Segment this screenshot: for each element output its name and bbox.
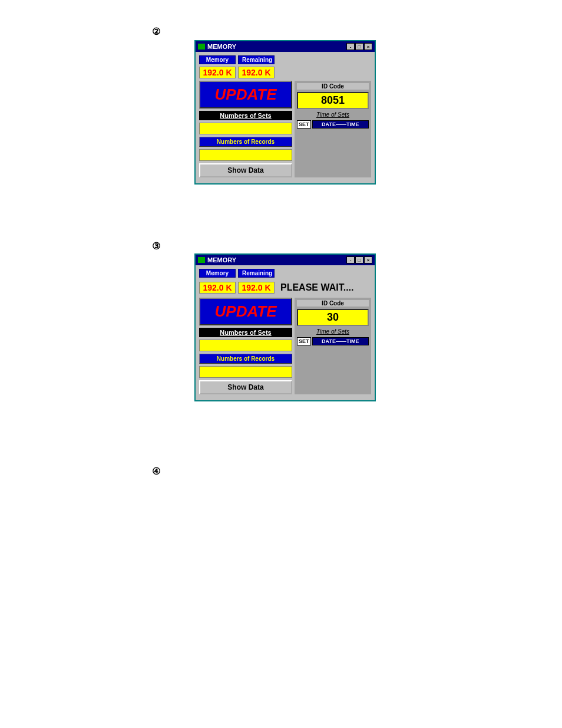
id-code-label-2: ID Code bbox=[297, 83, 369, 90]
id-code-label-3: ID Code bbox=[297, 300, 369, 307]
title-icon-2 bbox=[198, 44, 205, 50]
right-list-area-2 bbox=[297, 131, 369, 175]
step-3-label: ③ bbox=[152, 241, 160, 252]
time-sets-row-2: SET DATE——TIME bbox=[297, 120, 369, 129]
please-wait-text: PLEASE WAIT.... bbox=[277, 280, 371, 295]
numbers-of-records-btn-2[interactable]: Numbers of Records bbox=[199, 137, 292, 147]
date-time-label-3: DATE——TIME bbox=[312, 337, 369, 345]
remaining-value-2: 192.0 K bbox=[238, 67, 275, 78]
update-button-3[interactable]: UPDATE bbox=[199, 298, 292, 325]
right-list-area-3 bbox=[297, 348, 369, 392]
content-row-2: UPDATE Numbers of Sets Numbers of Record… bbox=[199, 81, 371, 177]
memory-label-btn-2[interactable]: Memory bbox=[199, 55, 236, 64]
titlebar-title-2: MEMORY bbox=[198, 43, 236, 50]
right-panel-3: ID Code 30 Time of Sets SET DATE——TIME bbox=[295, 298, 371, 394]
id-code-value-3: 30 bbox=[297, 309, 369, 326]
title-text-2: MEMORY bbox=[207, 43, 236, 50]
title-text-3: MEMORY bbox=[207, 256, 236, 263]
titlebar-3: MEMORY - □ × bbox=[196, 255, 375, 265]
mem-values-row-2: 192.0 K 192.0 K bbox=[199, 67, 371, 78]
memory-value-2: 192.0 K bbox=[199, 67, 236, 78]
date-time-label-2: DATE——TIME bbox=[312, 120, 369, 129]
memory-window-3: MEMORY - □ × Memory Remaining 192.0 K 19… bbox=[194, 253, 376, 401]
memory-value-3: 192.0 K bbox=[199, 282, 236, 294]
time-sets-row-3: SET DATE——TIME bbox=[297, 337, 369, 345]
left-panel-2: UPDATE Numbers of Sets Numbers of Record… bbox=[199, 81, 292, 177]
update-button-2[interactable]: UPDATE bbox=[199, 81, 292, 108]
numbers-of-records-field-3[interactable] bbox=[199, 366, 292, 378]
maximize-btn-3[interactable]: □ bbox=[355, 256, 363, 263]
step-4-label: ④ bbox=[152, 466, 160, 477]
close-btn-2[interactable]: × bbox=[364, 43, 372, 50]
mem-row-2: Memory Remaining bbox=[199, 55, 371, 64]
numbers-of-sets-field-2[interactable] bbox=[199, 123, 292, 134]
titlebar-controls-2[interactable]: - □ × bbox=[346, 43, 372, 50]
minimize-btn-2[interactable]: - bbox=[346, 43, 355, 50]
set-label-2: SET bbox=[297, 120, 311, 129]
remaining-label-btn-3[interactable]: Remaining bbox=[238, 269, 275, 278]
maximize-btn-2[interactable]: □ bbox=[355, 43, 363, 50]
id-code-value-2: 8051 bbox=[297, 92, 369, 109]
right-panel-2: ID Code 8051 Time of Sets SET DATE——TIME bbox=[295, 81, 371, 177]
show-data-btn-3[interactable]: Show Data bbox=[199, 380, 292, 394]
memory-window-2: MEMORY - □ × Memory Remaining 192.0 K 19… bbox=[194, 40, 376, 185]
numbers-of-sets-field-3[interactable] bbox=[199, 340, 292, 351]
titlebar-controls-3[interactable]: - □ × bbox=[346, 256, 372, 263]
window-body-3: Memory Remaining 192.0 K 192.0 K PLEASE … bbox=[196, 265, 375, 400]
numbers-of-sets-label-3: Numbers of Sets bbox=[199, 328, 292, 337]
numbers-of-records-field-2[interactable] bbox=[199, 149, 292, 161]
content-row-3: UPDATE Numbers of Sets Numbers of Record… bbox=[199, 298, 371, 394]
minimize-btn-3[interactable]: - bbox=[346, 256, 355, 263]
title-icon-3 bbox=[198, 257, 205, 263]
set-label-3: SET bbox=[297, 337, 311, 345]
memory-label-btn-3[interactable]: Memory bbox=[199, 269, 236, 278]
remaining-value-3: 192.0 K bbox=[238, 282, 275, 294]
show-data-btn-2[interactable]: Show Data bbox=[199, 163, 292, 177]
numbers-of-records-btn-3[interactable]: Numbers of Records bbox=[199, 354, 292, 364]
numbers-of-sets-label-2: Numbers of Sets bbox=[199, 111, 292, 120]
time-of-sets-label-3: Time of Sets bbox=[297, 328, 369, 335]
titlebar-2: MEMORY - □ × bbox=[196, 41, 375, 52]
mem-row-3: Memory Remaining bbox=[199, 269, 371, 278]
titlebar-title-3: MEMORY bbox=[198, 256, 236, 263]
left-panel-3: UPDATE Numbers of Sets Numbers of Record… bbox=[199, 298, 292, 394]
window-body-2: Memory Remaining 192.0 K 192.0 K UPDATE … bbox=[196, 52, 375, 183]
mem-values-row-3: 192.0 K 192.0 K PLEASE WAIT.... bbox=[199, 280, 371, 295]
close-btn-3[interactable]: × bbox=[364, 256, 372, 263]
step-2-label: ② bbox=[152, 26, 160, 37]
time-of-sets-label-2: Time of Sets bbox=[297, 111, 369, 118]
remaining-label-btn-2[interactable]: Remaining bbox=[238, 55, 275, 64]
